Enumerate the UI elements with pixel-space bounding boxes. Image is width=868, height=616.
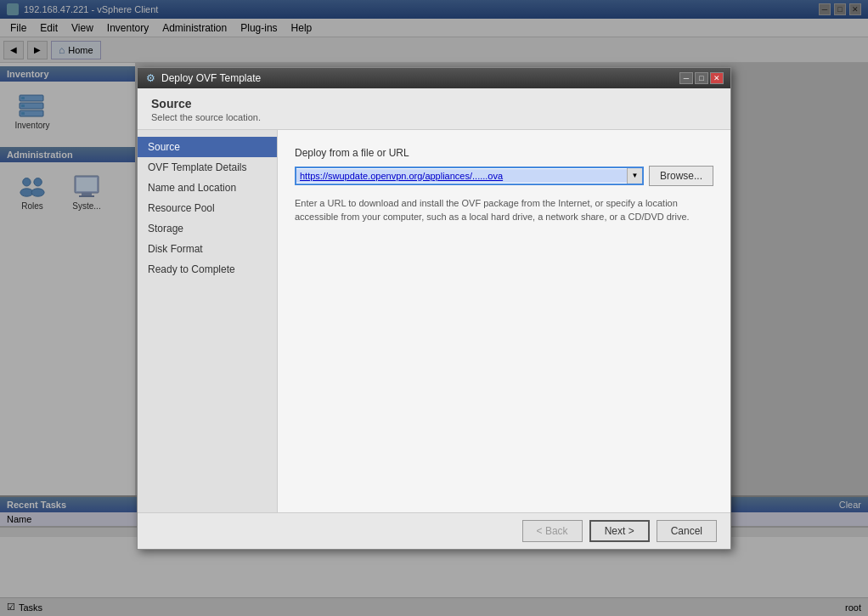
modal-maximize-button[interactable]: □ — [695, 72, 708, 84]
modal-body: Source OVF Template Details Name and Loc… — [138, 130, 730, 512]
url-row: ▼ Browse... — [295, 166, 713, 186]
modal-title-bar: ⚙ Deploy OVF Template ─ □ ✕ — [138, 68, 730, 88]
modal-title-icon: ⚙ — [144, 72, 156, 84]
nav-name-location[interactable]: Name and Location — [138, 178, 277, 198]
modal-header-title: Source — [151, 97, 717, 110]
nav-source[interactable]: Source — [138, 137, 277, 157]
modal-header: Source Select the source location. — [138, 88, 730, 130]
browse-button[interactable]: Browse... — [649, 166, 713, 186]
modal-header-subtitle: Select the source location. — [151, 112, 717, 122]
next-button[interactable]: Next > — [589, 520, 650, 542]
help-text: Enter a URL to download and install the … — [295, 196, 713, 224]
modal-title-controls: ─ □ ✕ — [679, 72, 724, 84]
nav-disk-format[interactable]: Disk Format — [138, 239, 277, 259]
url-dropdown-button[interactable]: ▼ — [627, 168, 642, 184]
url-input-wrapper: ▼ — [295, 167, 644, 185]
url-input[interactable] — [296, 169, 627, 183]
deploy-label: Deploy from a file or URL — [295, 147, 713, 159]
modal-footer: < Back Next > Cancel — [138, 512, 730, 549]
vsphere-window: 192.168.47.221 - vSphere Client ─ □ ✕ Fi… — [0, 0, 868, 616]
cancel-button[interactable]: Cancel — [657, 520, 717, 542]
modal-overlay: ⚙ Deploy OVF Template ─ □ ✕ Source Selec… — [0, 0, 868, 616]
modal-minimize-button[interactable]: ─ — [679, 72, 693, 84]
modal-close-button[interactable]: ✕ — [710, 72, 724, 84]
nav-ready-complete[interactable]: Ready to Complete — [138, 259, 277, 280]
modal-nav: Source OVF Template Details Name and Loc… — [138, 130, 278, 512]
modal-content-panel: Deploy from a file or URL ▼ Browse... En… — [278, 130, 730, 512]
nav-resource-pool[interactable]: Resource Pool — [138, 198, 277, 218]
deploy-ovf-modal: ⚙ Deploy OVF Template ─ □ ✕ Source Selec… — [137, 67, 731, 550]
nav-storage[interactable]: Storage — [138, 218, 277, 239]
back-button[interactable]: < Back — [522, 520, 583, 542]
nav-ovf-details[interactable]: OVF Template Details — [138, 157, 277, 178]
modal-title-text: Deploy OVF Template — [161, 72, 679, 84]
